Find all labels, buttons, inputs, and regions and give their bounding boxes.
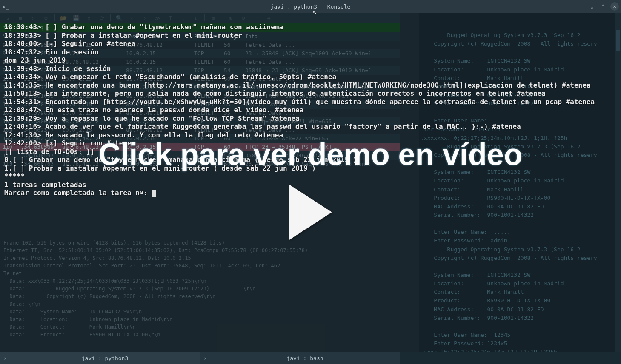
colorize-icon[interactable]: ▦	[207, 14, 219, 22]
table-row[interactable]: 10734.38005288.76.48.1210.0.2.15TCP6023 …	[0, 117, 400, 126]
table-row[interactable]: 10834.46237710.0.2.1588.76.48.12TELNET55…	[0, 126, 400, 134]
tab-bash[interactable]: › javi : bash	[200, 352, 400, 364]
close-file-icon[interactable]: ✕	[83, 14, 95, 22]
chevron-right-icon: ›	[200, 355, 210, 361]
next-icon[interactable]: ›	[139, 14, 151, 22]
prev-icon[interactable]: ‹	[126, 14, 138, 22]
find-icon[interactable]: 🔍	[113, 14, 125, 22]
stop-icon[interactable]: ■	[14, 14, 26, 22]
restart-icon[interactable]: ↻	[27, 14, 39, 22]
tab-bar: › javi : python3 › javi : bash	[0, 352, 621, 364]
terminal-app-icon: ▸_	[2, 3, 10, 10]
play-icon[interactable]	[289, 185, 332, 240]
table-row[interactable]: 10232.89771188.76.48.1210.0.2.15TCP54358…	[0, 83, 400, 92]
tab-label: javi : python3	[10, 355, 200, 361]
close-icon[interactable]: ✕	[610, 2, 619, 11]
tab-python3[interactable]: › javi : python3	[0, 352, 200, 364]
table-row[interactable]: 9832.11052188.76.48.1210.0.2.15TELNET60T…	[0, 58, 400, 66]
open-icon[interactable]: 📂	[57, 14, 69, 22]
wireshark-toolbar: ◢ ■ ↻ ⚙ 📂 💾 ✕ ⟳ 🔍 ‹ › ≫ ⤒ ⤓ ↓ ▦ ⊕	[0, 13, 400, 23]
zoom-out-icon[interactable]: ⊖	[238, 14, 249, 22]
table-row[interactable]: 10434.32019410.0.2.1588.76.48.12TELNET55…	[0, 100, 400, 109]
table-row[interactable]: 9632.06953910.0.2.1588.76.48.12TELNET56T…	[0, 41, 400, 49]
table-row[interactable]: 10634.37983810.0.2.1588.76.48.12TELNET55…	[0, 109, 400, 117]
chevron-right-icon: ›	[0, 355, 10, 361]
resize-cols-icon[interactable]: ↔	[263, 14, 275, 22]
video-caption: Click para ver demo en vídeo	[98, 137, 522, 172]
zoom-reset-icon[interactable]: ▢	[250, 14, 262, 22]
titlebar: ▸_ javi : python3 — Konsole ⌄ ⌃ ✕	[0, 0, 621, 13]
zoom-in-icon[interactable]: ⊕	[225, 14, 237, 22]
video-overlay[interactable]: Click para ver demo en vídeo	[98, 137, 522, 240]
packet-details[interactable]: Frame 102: 516 bytes on wire (4128 bits)…	[3, 239, 397, 338]
first-icon[interactable]: ⤒	[164, 14, 176, 22]
scrollbar-thumb[interactable]	[616, 30, 620, 51]
last-icon[interactable]: ⤓	[177, 14, 189, 22]
table-row[interactable]: 10032.75674610.0.2.1588.76.48.12TELNET60…	[0, 75, 400, 83]
jump-icon[interactable]: ≫	[152, 14, 163, 22]
packet-list-header: No.TimeSourceDestinationProtocolLengtInf…	[0, 32, 400, 41]
display-filter[interactable]: tcp.stream eq 0	[0, 23, 400, 32]
options-icon[interactable]: ⚙	[40, 14, 52, 22]
table-row[interactable]: 9732.11050488.76.48.1210.0.2.15TCP6023 →…	[0, 49, 400, 58]
window-title: javi : python3 — Konsole	[271, 3, 351, 10]
maximize-icon[interactable]: ⌃	[599, 3, 607, 10]
scrollbar[interactable]	[615, 13, 621, 352]
capture-icon[interactable]: ◢	[2, 14, 14, 22]
tab-label: javi : bash	[210, 355, 400, 361]
cursor-pointer-icon: ↖	[313, 8, 317, 16]
save-icon[interactable]: 💾	[70, 14, 82, 22]
reload-icon[interactable]: ⟳	[96, 14, 108, 22]
autoscroll-icon[interactable]: ↓	[190, 14, 202, 22]
table-row[interactable]: 10334.30103310.0.2.1588.76.48.12TELNET50…	[0, 92, 400, 100]
table-row[interactable]: 9932.11427010.0.2.1588.76.48.12TCP543584…	[0, 66, 400, 75]
minimize-icon[interactable]: ⌄	[588, 3, 596, 10]
